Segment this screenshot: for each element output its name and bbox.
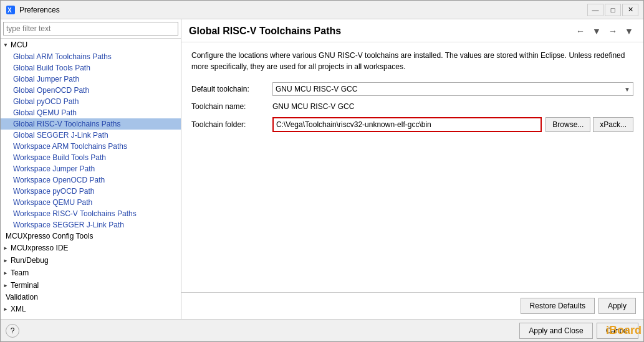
maximize-button[interactable]: □ [605,4,621,16]
toolchain-folder-input[interactable] [272,117,542,132]
tree-section-terminal[interactable]: ► Terminal [1,279,181,292]
select-arrow-icon: ▼ [624,86,630,93]
mcu-expand-icon: ▼ [3,42,8,48]
browse-button[interactable]: Browse... [545,117,590,132]
apply-button[interactable]: Apply [598,298,636,314]
left-panel: ▼ MCU Global ARM Toolchains Paths Global… [1,19,181,319]
toolchain-folder-label: Toolchain folder: [191,120,272,129]
list-item[interactable]: Global QEMU Path [1,107,181,118]
help-button[interactable]: ? [6,324,19,338]
list-item[interactable]: Global Jumper Path [1,74,181,85]
tree-section-team[interactable]: ► Team [1,267,181,279]
default-toolchain-label: Default toolchain: [191,85,272,93]
tree-section-xml[interactable]: ► XML [1,303,181,315]
tree-section-mcuxpresso-ide[interactable]: ► MCUxpresso IDE [1,242,181,254]
window-controls: — □ ✕ [587,4,638,16]
tree-section-mcuxpresso-config[interactable]: MCUXpresso Config Tools [1,230,181,242]
restore-defaults-button[interactable]: Restore Defaults [521,298,595,314]
apply-close-button[interactable]: Apply and Close [519,323,592,339]
section-expand-icon: ► [3,245,8,251]
toolchain-folder-row: Toolchain folder: Browse... xPack... [191,117,633,132]
right-body: Configure the locations where various GN… [181,42,643,292]
list-item[interactable]: Global OpenOCD Path [1,85,181,96]
list-item[interactable]: Global pyOCD Path [1,96,181,107]
list-item[interactable]: Workspace RISC-V Toolchains Paths [1,208,181,219]
list-item[interactable]: Global ARM Toolchains Paths [1,51,181,62]
description-text: Configure the locations where various GN… [191,50,633,72]
bottom-left: ? [6,324,19,338]
filter-input[interactable] [3,22,178,36]
list-item[interactable]: Workspace Jumper Path [1,163,181,174]
default-toolchain-row: Default toolchain: GNU MCU RISC-V GCC ▼ [191,82,633,96]
tree-section-run-debug[interactable]: ► Run/Debug [1,254,181,267]
mcu-label: MCU [11,40,27,49]
bottom-right: Apply and Close Cancel [519,323,638,339]
list-item[interactable]: Workspace ARM Toolchains Paths [1,141,181,152]
close-button[interactable]: ✕ [622,4,638,16]
list-item[interactable]: Workspace pyOCD Path [1,186,181,197]
list-item[interactable]: Global Build Tools Path [1,62,181,74]
list-item[interactable]: Workspace Build Tools Path [1,152,181,163]
filter-wrap [1,19,181,39]
default-toolchain-select[interactable]: GNU MCU RISC-V GCC ▼ [272,82,633,96]
right-panel: Global RISC-V Toolchains Paths ← ▼ → ▼ C… [181,19,643,319]
list-item[interactable]: Workspace SEGGER J-Link Path [1,219,181,230]
nav-dropdown-button[interactable]: ▼ [590,24,603,38]
section-expand-icon: ► [3,270,8,276]
list-item[interactable]: Workspace OpenOCD Path [1,174,181,186]
default-toolchain-value: GNU MCU RISC-V GCC [276,85,624,93]
list-item-selected[interactable]: Global RISC-V Toolchains Paths [1,118,181,130]
nav-icons: ← ▼ → ▼ [574,24,636,38]
toolchain-name-row: Toolchain name: GNU MCU RISC-V GCC [191,102,633,111]
main-content: ▼ MCU Global ARM Toolchains Paths Global… [1,19,643,319]
toolchain-name-value: GNU MCU RISC-V GCC [272,102,633,111]
window-title: Preferences [19,6,587,14]
preferences-window: X Preferences — □ ✕ ▼ MCU Global ARM Too… [0,0,644,342]
xpack-button[interactable]: xPack... [593,117,633,132]
toolchain-name-label: Toolchain name: [191,102,272,111]
nav-back-button[interactable]: ← [574,24,587,38]
nav-forward-button[interactable]: → [606,24,620,38]
right-footer: Restore Defaults Apply [181,292,643,319]
list-item[interactable]: Workspace QEMU Path [1,197,181,208]
section-expand-icon: ► [3,283,8,288]
app-icon: X [6,5,16,15]
tree-section-validation[interactable]: Validation [1,292,181,303]
title-bar: X Preferences — □ ✕ [1,1,643,19]
section-expand-icon: ► [3,306,8,312]
section-expand-icon: ► [3,258,8,264]
page-title: Global RISC-V Toolchains Paths [189,26,341,37]
minimize-button[interactable]: — [587,4,603,16]
nav-forward-dropdown-button[interactable]: ▼ [622,24,636,38]
tree-scroll: ▼ MCU Global ARM Toolchains Paths Global… [1,39,181,319]
svg-text:X: X [7,7,12,14]
cancel-button[interactable]: Cancel [597,323,638,339]
tree-item-mcu[interactable]: ▼ MCU [1,39,181,51]
list-item[interactable]: Global SEGGER J-Link Path [1,130,181,141]
bottom-bar: ? Apply and Close Cancel [1,319,643,341]
right-header: Global RISC-V Toolchains Paths ← ▼ → ▼ [181,19,643,42]
